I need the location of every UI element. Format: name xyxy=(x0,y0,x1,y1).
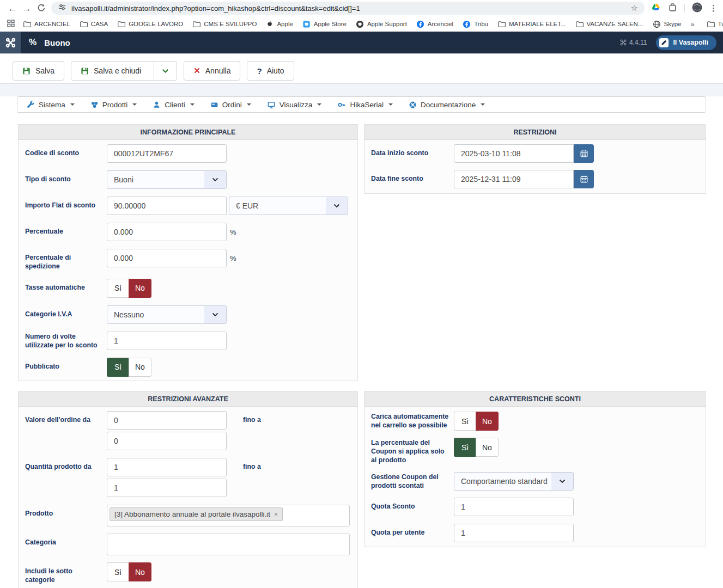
menu-ordini[interactable]: Ordini xyxy=(210,101,251,109)
bookmark-item[interactable]: CMS E SVILUPPO xyxy=(192,20,257,28)
valore-ordine-da-input[interactable] xyxy=(107,411,227,430)
bookmarks-overflow-icon[interactable]: » xyxy=(690,20,694,28)
toggle-yes[interactable]: Sì xyxy=(107,279,129,298)
percent-suffix: % xyxy=(230,249,236,271)
save-button[interactable]: Salva xyxy=(13,61,64,81)
bookmark-item[interactable]: GOOGLE LAVORO xyxy=(117,20,183,28)
menu-sistema[interactable]: Sistema xyxy=(27,101,75,109)
toggle-no[interactable]: No xyxy=(476,438,499,457)
gestione-coupon-select[interactable]: Comportamento standard xyxy=(454,472,574,491)
calendar-button[interactable] xyxy=(574,170,594,188)
calendar-icon xyxy=(580,149,588,158)
back-icon[interactable]: ← xyxy=(5,4,20,13)
valore-ordine-a-input[interactable] xyxy=(107,432,227,450)
fino-a-label: fino a xyxy=(243,411,261,430)
field-label: Pubblicato xyxy=(25,358,107,377)
save-close-button[interactable]: Salva e chiudi xyxy=(71,61,177,81)
display-icon xyxy=(267,101,276,109)
save-icon xyxy=(81,67,89,75)
toggle-no[interactable]: No xyxy=(129,562,151,581)
page-title: Buono xyxy=(44,38,70,47)
bookmark-item[interactable]: ARCENCIEL xyxy=(23,20,70,28)
bookmark-item[interactable]: Tribu xyxy=(463,20,488,28)
hikashop-menu: Sistema Prodotti Clienti Ordini Visualiz… xyxy=(17,96,706,113)
data-inizio-input[interactable] xyxy=(454,144,574,163)
panel-restrizioni: RESTRIZIONI Data inizio sconto Data fine… xyxy=(364,124,706,194)
categorie-iva-select[interactable]: Nessuno xyxy=(107,305,227,324)
chrome-menu-icon[interactable]: ⋮ xyxy=(709,3,718,13)
action-toolbar: Salva Salva e chiudi ✕ Annulla ? Aiuto xyxy=(0,54,723,84)
chevron-down-icon xyxy=(190,103,195,106)
user-menu-button[interactable]: Il Vasapolli xyxy=(656,35,716,50)
profile-avatar[interactable] xyxy=(692,2,702,15)
bookmark-item[interactable]: Arcenciel xyxy=(416,20,453,28)
quantita-da-input[interactable] xyxy=(107,458,227,476)
joomla-logo[interactable] xyxy=(0,32,21,53)
bookmark-item[interactable]: VACANZE SALEN... xyxy=(575,20,643,28)
field-label: Valore dell'ordine da xyxy=(25,411,107,450)
apps-grid-icon[interactable] xyxy=(7,19,15,29)
menu-hikaserial[interactable]: HikaSerial xyxy=(337,101,393,109)
cancel-button[interactable]: ✕ Annulla xyxy=(184,61,240,81)
chevron-down-icon xyxy=(481,103,485,106)
drive-icon[interactable] xyxy=(651,3,661,14)
numero-volte-input[interactable] xyxy=(107,332,227,350)
menu-visualizza[interactable]: Visualizza xyxy=(267,101,322,109)
bookmark-item[interactable]: Apple Support xyxy=(356,20,407,28)
field-label: Numero di volte utilizzate per lo sconto xyxy=(25,332,107,350)
categoria-input[interactable] xyxy=(107,534,350,555)
all-favorites[interactable]: Tutti i preferiti xyxy=(707,20,723,28)
reload-icon[interactable] xyxy=(34,3,48,14)
bookmark-item[interactable]: Skype xyxy=(653,20,682,28)
address-bar[interactable]: ilvasapolli.it/administrator/index.php?o… xyxy=(51,2,645,15)
prodotto-field[interactable]: [3] Abbonamento annuale al portale ilvas… xyxy=(107,505,350,526)
bookmark-item[interactable]: Apple Store xyxy=(302,20,347,28)
clipboard-icon[interactable] xyxy=(668,3,677,14)
currency-select[interactable]: € EUR xyxy=(229,197,348,215)
help-button[interactable]: ? Aiuto xyxy=(247,61,294,81)
appstore-icon xyxy=(302,20,311,28)
bookmark-item[interactable]: MATERIALE ELET... xyxy=(497,20,566,28)
site-settings-icon[interactable] xyxy=(58,3,66,14)
menu-prodotti[interactable]: Prodotti xyxy=(90,101,137,109)
calendar-button[interactable] xyxy=(574,144,594,163)
url-text: ilvasapolli.it/administrator/index.php?o… xyxy=(71,4,360,13)
menu-documentazione[interactable]: Documentazione xyxy=(409,101,485,109)
field-label: Quota per utente xyxy=(371,524,454,542)
data-fine-input[interactable] xyxy=(454,170,574,188)
toggle-yes[interactable]: Sì xyxy=(107,562,129,581)
quota-utente-input[interactable] xyxy=(454,524,574,542)
toggle-no[interactable]: No xyxy=(129,279,151,298)
percentuale-input[interactable] xyxy=(107,223,227,241)
codice-sconto-input[interactable] xyxy=(107,144,227,163)
tasse-automatiche-toggle: Sì No xyxy=(107,279,151,298)
globe-icon xyxy=(653,20,661,28)
field-label: Carica automaticamente nel carrello se p… xyxy=(371,412,454,431)
menu-clienti[interactable]: Clienti xyxy=(153,101,195,109)
folder-icon xyxy=(497,20,506,28)
percentuale-spedizione-input[interactable] xyxy=(107,249,227,267)
field-label: Categoria xyxy=(25,534,107,555)
bookmark-item[interactable]: CASA xyxy=(80,20,108,28)
joomla-version: 4.4.11 xyxy=(620,39,647,46)
field-label: Percentuale xyxy=(25,223,107,241)
save-dropdown-toggle[interactable] xyxy=(154,62,177,80)
quota-sconto-input[interactable] xyxy=(454,498,574,516)
percent-prodotto-toggle: Sì No xyxy=(454,438,499,465)
folder-icon xyxy=(117,20,125,28)
remove-tag-icon[interactable]: × xyxy=(274,511,278,518)
toggle-yes[interactable]: Sì xyxy=(454,438,476,457)
folder-icon xyxy=(80,20,88,28)
importo-flat-input[interactable] xyxy=(107,197,227,215)
tipo-sconto-select[interactable]: Buoni xyxy=(107,170,227,189)
bookmark-item[interactable]: Apple xyxy=(266,20,293,28)
quantita-a-input[interactable] xyxy=(107,479,227,497)
field-label: Data inizio sconto xyxy=(371,144,454,163)
forward-icon[interactable]: → xyxy=(20,4,34,13)
bookmark-star-icon[interactable]: ☆ xyxy=(631,3,638,13)
toggle-yes[interactable]: Sì xyxy=(454,412,476,431)
calendar-icon xyxy=(580,175,588,183)
toggle-yes[interactable]: Sì xyxy=(107,358,129,377)
toggle-no[interactable]: No xyxy=(129,358,151,377)
toggle-no[interactable]: No xyxy=(476,412,499,431)
